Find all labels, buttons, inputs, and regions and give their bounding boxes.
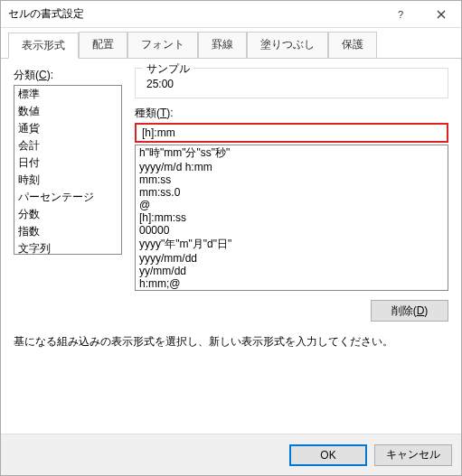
format-listbox[interactable]: h"時"mm"分"ss"秒" yyyy/m/d h:mm mm:ss mm:ss… xyxy=(135,145,448,291)
tab-label: 塗りつぶし xyxy=(260,38,315,51)
tab-protection[interactable]: 保護 xyxy=(328,32,377,58)
category-label: 分類(C): xyxy=(14,68,122,83)
tab-label: 罫線 xyxy=(212,38,233,51)
cancel-button[interactable]: キャンセル xyxy=(374,444,452,466)
close-button[interactable] xyxy=(420,1,461,27)
category-column: 分類(C): 標準 数値 通貨 会計 日付 時刻 パーセンテージ 分数 指数 文… xyxy=(14,68,122,322)
help-button[interactable]: ? xyxy=(380,1,420,27)
dialog-window: セルの書式設定 ? 表示形式 配置 フォント 罫線 塗りつぶし 保護 分類(C)… xyxy=(0,0,462,476)
ok-button[interactable]: OK xyxy=(289,444,367,466)
sample-label: サンプル xyxy=(143,61,193,77)
list-item[interactable]: @ xyxy=(136,199,448,211)
tab-border[interactable]: 罫線 xyxy=(198,32,247,58)
titlebar: セルの書式設定 ? xyxy=(1,1,461,28)
list-item[interactable]: 指数 xyxy=(14,223,121,240)
sample-groupbox: サンプル 25:00 xyxy=(135,68,448,98)
list-item[interactable]: mm:ss.0 xyxy=(136,186,448,199)
list-item[interactable]: yy/mm/dd xyxy=(136,265,448,277)
list-item[interactable]: 文字列 xyxy=(14,240,121,255)
tab-alignment[interactable]: 配置 xyxy=(79,32,127,58)
dialog-body: 分類(C): 標準 数値 通貨 会計 日付 時刻 パーセンテージ 分数 指数 文… xyxy=(1,59,461,434)
list-item[interactable]: [h]:mm:ss xyxy=(136,211,448,224)
list-item[interactable]: 分数 xyxy=(14,206,121,223)
list-item[interactable]: 標準 xyxy=(14,86,121,103)
tab-number-format[interactable]: 表示形式 xyxy=(8,33,79,59)
tab-font[interactable]: フォント xyxy=(127,32,198,58)
list-item[interactable]: yyyy/m/d h:mm xyxy=(136,161,448,173)
tab-strip: 表示形式 配置 フォント 罫線 塗りつぶし 保護 xyxy=(1,28,461,59)
list-item[interactable]: パーセンテージ xyxy=(14,189,121,206)
list-item[interactable]: mm:ss xyxy=(136,173,448,186)
delete-row: 削除(D) xyxy=(135,300,448,322)
list-item[interactable]: 会計 xyxy=(14,137,121,154)
tab-label: 表示形式 xyxy=(22,39,65,51)
svg-text:?: ? xyxy=(398,10,403,19)
list-item[interactable]: yyyy"年"m"月"d"日" xyxy=(136,237,448,252)
list-item[interactable]: 日付 xyxy=(14,154,121,172)
list-item[interactable]: 時刻 xyxy=(14,172,121,189)
tab-label: 配置 xyxy=(92,38,114,51)
upper-section: 分類(C): 標準 数値 通貨 会計 日付 時刻 パーセンテージ 分数 指数 文… xyxy=(14,68,448,322)
list-item[interactable]: h"時"mm"分"ss"秒" xyxy=(136,145,448,161)
titlebar-buttons: ? xyxy=(380,1,461,27)
list-item[interactable]: 数値 xyxy=(14,103,121,120)
tab-fill[interactable]: 塗りつぶし xyxy=(247,32,328,58)
category-listbox[interactable]: 標準 数値 通貨 会計 日付 時刻 パーセンテージ 分数 指数 文字列 その他 … xyxy=(14,85,122,255)
dialog-footer: OK キャンセル xyxy=(1,434,461,475)
list-item[interactable]: 通貨 xyxy=(14,120,121,137)
list-item[interactable]: yyyy/mm/dd xyxy=(136,252,448,265)
hint-text: 基になる組み込みの表示形式を選択し、新しい表示形式を入力してください。 xyxy=(14,334,448,350)
detail-column: サンプル 25:00 種類(T): h"時"mm"分"ss"秒" yyyy/m/… xyxy=(135,68,448,322)
type-input[interactable] xyxy=(135,123,448,143)
tab-label: 保護 xyxy=(342,38,363,51)
list-item[interactable]: h:mm;@ xyxy=(136,277,448,290)
type-label: 種類(T): xyxy=(135,106,448,121)
tab-label: フォント xyxy=(141,38,184,51)
list-item[interactable]: 00000 xyxy=(136,224,448,237)
window-title: セルの書式設定 xyxy=(8,6,380,22)
delete-button[interactable]: 削除(D) xyxy=(371,300,448,322)
